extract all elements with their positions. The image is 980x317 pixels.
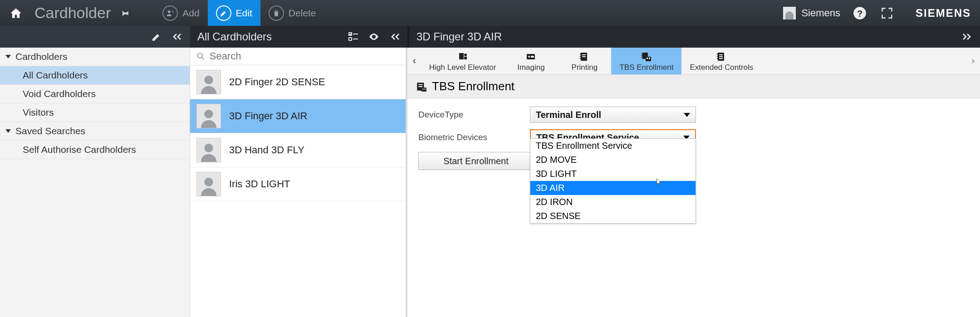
checklist-icon xyxy=(348,31,359,42)
detail-tabs: High Level ElevatorImagingPrintingTBS En… xyxy=(407,48,980,75)
edit-button[interactable]: Edit xyxy=(208,0,260,26)
svg-rect-43 xyxy=(422,88,423,89)
action-bar: Add Edit Delete xyxy=(154,0,324,26)
help-button[interactable]: ? xyxy=(852,5,867,21)
enrollment-icon xyxy=(416,81,427,93)
pin-button[interactable] xyxy=(113,8,136,19)
biometric-devices-dropdown[interactable]: TBS Enrollment Service2D MOVE3D LIGHT3D … xyxy=(530,138,696,224)
tab-label: High Level Elevator xyxy=(429,63,496,72)
delete-label: Delete xyxy=(289,8,316,19)
search-bar[interactable] xyxy=(190,48,406,65)
checklist-button[interactable] xyxy=(348,31,359,42)
avatar-icon xyxy=(196,138,221,162)
list-row[interactable]: 2D Finger 2D SENSE xyxy=(190,65,406,99)
nav-item-label: Self Authorise Cardholders xyxy=(23,144,136,155)
start-enrollment-label: Start Enrollment xyxy=(443,156,508,166)
chevrons-left-icon xyxy=(170,31,183,42)
nav-item-label: All Cardholders xyxy=(23,70,88,80)
sub-header: All Cardholders 3D Finger 3D AIR xyxy=(0,26,980,48)
nav-item-visitors[interactable]: Visitors xyxy=(0,103,190,122)
svg-text:?: ? xyxy=(857,8,862,18)
svg-rect-37 xyxy=(719,56,723,57)
collapse-nav-button[interactable] xyxy=(170,31,183,42)
tab-imaging[interactable]: Imaging xyxy=(504,48,558,74)
nav-group-saved-searches[interactable]: Saved Searches xyxy=(0,122,190,141)
chevrons-right-icon xyxy=(961,31,974,42)
chevron-down-icon xyxy=(684,113,690,117)
delete-button[interactable]: Delete xyxy=(260,0,324,26)
edit-nav-button[interactable] xyxy=(151,31,162,42)
detail-panel: High Level ElevatorImagingPrintingTBS En… xyxy=(407,48,980,317)
search-icon xyxy=(196,52,205,61)
detail-header: 3D Finger 3D AIR xyxy=(407,26,980,48)
pencil-icon xyxy=(216,5,231,21)
tab-scroll-left[interactable] xyxy=(407,48,421,74)
svg-rect-15 xyxy=(464,57,467,59)
add-label: Add xyxy=(182,8,199,19)
device-type-select[interactable]: Terminal Enroll xyxy=(530,107,696,123)
home-button[interactable] xyxy=(0,7,32,20)
main-area: Cardholders All Cardholders Void Cardhol… xyxy=(0,48,980,317)
tab-label: Printing xyxy=(572,63,598,72)
nav-item-self-authorise[interactable]: Self Authorise Cardholders xyxy=(0,141,190,159)
dropdown-option[interactable]: 3D LIGHT xyxy=(530,167,696,181)
pencil-icon xyxy=(151,31,162,42)
svg-rect-13 xyxy=(459,53,464,59)
tab-extended-controls[interactable]: Extended Controls xyxy=(681,48,761,74)
list-row[interactable]: Iris 3D LIGHT xyxy=(190,167,406,201)
visibility-button[interactable] xyxy=(368,31,380,42)
start-enrollment-button[interactable]: Start Enrollment xyxy=(418,152,534,170)
dropdown-option[interactable]: 2D IRON xyxy=(530,195,696,209)
dropdown-option[interactable]: TBS Enrollment Service xyxy=(530,139,696,153)
tab-tbs-enrollment[interactable]: TBS Enrollment xyxy=(611,48,681,74)
svg-rect-28 xyxy=(642,57,642,58)
list-row[interactable]: 3D Hand 3D FLY xyxy=(190,133,406,167)
nav-item-all-cardholders[interactable]: All Cardholders xyxy=(0,66,190,85)
biometric-devices-label: Biometric Devices xyxy=(418,132,530,142)
svg-point-17 xyxy=(528,56,530,58)
avatar-icon xyxy=(196,104,221,128)
svg-line-8 xyxy=(202,57,204,59)
nav-panel: Cardholders All Cardholders Void Cardhol… xyxy=(0,48,190,317)
tab-high-level-elevator[interactable]: High Level Elevator xyxy=(421,48,504,74)
fullscreen-button[interactable] xyxy=(879,5,895,21)
svg-rect-23 xyxy=(582,54,586,55)
add-button[interactable]: Add xyxy=(154,0,207,26)
tab-scroll-right[interactable] xyxy=(966,48,980,74)
mouse-cursor-icon xyxy=(656,177,663,187)
svg-rect-36 xyxy=(719,54,723,55)
list-header: All Cardholders xyxy=(190,26,407,48)
nav-group-cardholders[interactable]: Cardholders xyxy=(0,48,190,66)
tab-printing[interactable]: Printing xyxy=(558,48,611,74)
user-chip[interactable]: Siemens xyxy=(783,7,840,20)
list-row[interactable]: 3D Finger 3D AIR xyxy=(190,99,406,133)
svg-rect-41 xyxy=(419,86,423,87)
svg-rect-27 xyxy=(642,55,642,56)
search-input[interactable] xyxy=(210,50,399,62)
detail-title: 3D Finger 3D AIR xyxy=(416,30,502,43)
dropdown-option[interactable]: 2D SENSE xyxy=(530,209,696,223)
home-icon xyxy=(9,7,23,20)
svg-rect-18 xyxy=(531,56,534,58)
page-title: Cardholder xyxy=(32,4,113,22)
nav-header xyxy=(0,26,190,48)
nav-group-label: Saved Searches xyxy=(15,126,85,137)
trash-icon xyxy=(269,5,284,21)
dropdown-option[interactable]: 3D AIR xyxy=(530,181,696,195)
nav-item-void-cardholders[interactable]: Void Cardholders xyxy=(0,85,190,103)
avatar-icon xyxy=(196,172,221,196)
svg-rect-35 xyxy=(717,58,718,59)
svg-rect-40 xyxy=(419,84,423,85)
brand-logo: SIEMENS xyxy=(916,7,971,20)
svg-rect-31 xyxy=(649,58,650,59)
tab-label: TBS Enrollment xyxy=(619,63,673,72)
collapse-list-button[interactable] xyxy=(388,31,401,42)
svg-rect-34 xyxy=(717,56,718,57)
expand-detail-button[interactable] xyxy=(961,31,974,42)
dropdown-option[interactable]: 2D MOVE xyxy=(530,153,696,167)
avatar-icon xyxy=(196,70,221,94)
svg-point-7 xyxy=(197,53,202,58)
svg-rect-24 xyxy=(582,56,586,57)
list-row-label: Iris 3D LIGHT xyxy=(229,178,290,190)
device-type-value: Terminal Enroll xyxy=(536,110,601,120)
